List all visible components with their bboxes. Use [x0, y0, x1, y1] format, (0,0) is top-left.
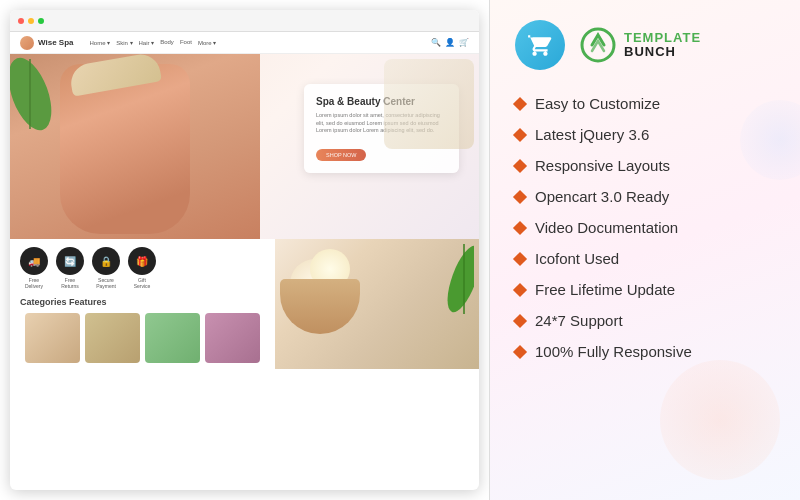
brand-text-green: TEMPLATE: [624, 30, 701, 45]
feature-row-8: 100% Fully Responsive: [515, 338, 775, 365]
feature-text-5: Icofont Used: [535, 250, 619, 267]
feature-row-6: Free Lifetime Update: [515, 276, 775, 303]
nav-items: Home ▾ Skin ▾ Hair ▾ Body Foot More ▾: [90, 39, 217, 46]
hero-image: [10, 54, 260, 239]
payment-label: SecurePayment: [96, 277, 116, 289]
categories-section: Categories Features: [20, 297, 265, 363]
site-name: Wise Spa: [38, 38, 74, 47]
feature-row-1: Latest jQuery 3.6: [515, 121, 775, 148]
gift-label: GiftService: [134, 277, 151, 289]
browser-maximize-dot: [38, 18, 44, 24]
cart-svg-icon: [527, 32, 553, 58]
feature-text-6: Free Lifetime Update: [535, 281, 675, 298]
delivery-icon: 🚚: [20, 247, 48, 275]
diamond-bullet-icon: [513, 251, 527, 265]
brand-name-section: TEMPLATE BUNCH: [580, 27, 701, 63]
feature-text-4: Video Documentation: [535, 219, 678, 236]
category-1: [25, 313, 80, 363]
feature-text-7: 24*7 Support: [535, 312, 623, 329]
returns-icon: 🔄: [56, 247, 84, 275]
search-icon: 🔍: [431, 38, 441, 47]
diamond-bullet-icon: [513, 96, 527, 110]
nav-icons: 🔍 👤 🛒: [431, 38, 469, 47]
brand-logo-svg: [580, 27, 616, 63]
nav-skin: Skin ▾: [116, 39, 132, 46]
nav-body: Body: [160, 39, 174, 46]
nav-hair: Hair ▾: [139, 39, 155, 46]
gift-icon: 🎁: [128, 247, 156, 275]
website-preview: Wise Spa Home ▾ Skin ▾ Hair ▾ Body Foot …: [0, 0, 490, 500]
feature-row-5: Icofont Used: [515, 245, 775, 272]
nav-more: More ▾: [198, 39, 216, 46]
diamond-bullet-icon: [513, 344, 527, 358]
diamond-bullet-icon: [513, 127, 527, 141]
spa-bowl-image: [275, 239, 479, 369]
bowl-decoration: [280, 279, 360, 334]
nav-foot: Foot: [180, 39, 192, 46]
feature-row-0: Easy to Customize: [515, 90, 775, 117]
returns-label: FreeReturns: [61, 277, 79, 289]
spa-decoration: [384, 59, 474, 149]
feature-row-7: 24*7 Support: [515, 307, 775, 334]
features-icons-section: 🚚 FreeDelivery 🔄 FreeReturns 🔒 SecurePay…: [10, 239, 275, 369]
cart-icon: 🛒: [459, 38, 469, 47]
payment-icon: 🔒: [92, 247, 120, 275]
diamond-bullet-icon: [513, 282, 527, 296]
svg-point-2: [441, 242, 474, 316]
diamond-bullet-icon: [513, 158, 527, 172]
cart-icon-wrap: [515, 20, 565, 70]
category-4: [205, 313, 260, 363]
feature-free-returns: 🔄 FreeReturns: [56, 247, 84, 289]
category-3: [145, 313, 200, 363]
category-2: [85, 313, 140, 363]
delivery-label: FreeDelivery: [25, 277, 43, 289]
feature-text-1: Latest jQuery 3.6: [535, 126, 649, 143]
feature-row-4: Video Documentation: [515, 214, 775, 241]
feature-text-8: 100% Fully Responsive: [535, 343, 692, 360]
hero-section: Spa & Beauty Center Lorem ipsum dolor si…: [10, 54, 479, 239]
feature-gift-service: 🎁 GiftService: [128, 247, 156, 289]
right-panel: TEMPLATE BUNCH Easy to CustomizeLatest j…: [490, 0, 800, 500]
nav-home: Home ▾: [90, 39, 111, 46]
palm-leaf-icon: [434, 239, 474, 319]
brand-text-container: TEMPLATE BUNCH: [624, 31, 701, 60]
browser-minimize-dot: [28, 18, 34, 24]
website-nav: Wise Spa Home ▾ Skin ▾ Hair ▾ Body Foot …: [10, 32, 479, 54]
feature-row-3: Opencart 3.0 Ready: [515, 183, 775, 210]
brand-text: TEMPLATE: [624, 31, 701, 45]
svg-point-0: [10, 54, 60, 134]
feature-free-delivery: 🚚 FreeDelivery: [20, 247, 48, 289]
diamond-bullet-icon: [513, 189, 527, 203]
shop-now-button[interactable]: SHOP NOW: [316, 149, 366, 161]
feature-text-0: Easy to Customize: [535, 95, 660, 112]
categories-grid: [20, 313, 265, 363]
features-list: Easy to CustomizeLatest jQuery 3.6Respon…: [515, 90, 775, 480]
user-icon: 👤: [445, 38, 455, 47]
browser-frame: Wise Spa Home ▾ Skin ▾ Hair ▾ Body Foot …: [10, 10, 479, 490]
browser-bar: [10, 10, 479, 32]
right-header: TEMPLATE BUNCH: [515, 20, 775, 70]
feature-text-2: Responsive Layouts: [535, 157, 670, 174]
feature-secure-payment: 🔒 SecurePayment: [92, 247, 120, 289]
features-and-spa: 🚚 FreeDelivery 🔄 FreeReturns 🔒 SecurePay…: [10, 239, 479, 369]
feature-text-3: Opencart 3.0 Ready: [535, 188, 669, 205]
site-logo: Wise Spa: [20, 36, 74, 50]
feature-row-2: Responsive Layouts: [515, 152, 775, 179]
features-icons-row: 🚚 FreeDelivery 🔄 FreeReturns 🔒 SecurePay…: [20, 247, 265, 289]
categories-title: Categories Features: [20, 297, 265, 307]
brand-text-bunch: BUNCH: [624, 45, 701, 59]
browser-close-dot: [18, 18, 24, 24]
diamond-bullet-icon: [513, 313, 527, 327]
diamond-bullet-icon: [513, 220, 527, 234]
logo-icon: [20, 36, 34, 50]
